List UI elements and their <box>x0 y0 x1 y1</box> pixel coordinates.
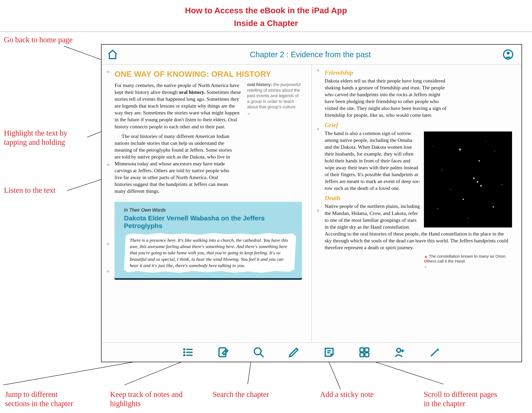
left-page: ONE WAY OF KNOWING: ORAL HISTORY For man… <box>102 65 311 343</box>
profile-icon <box>503 49 513 60</box>
def-term: oral history: <box>247 82 272 87</box>
doc-title-line2: Inside a Chapter <box>0 19 532 31</box>
callout-sections-l2: sections in the chapter <box>5 399 73 408</box>
doc-title-line1: How to Access the eBook in the iPad App <box>0 0 532 19</box>
callout-pages-l1: Scroll to different pages <box>424 390 497 399</box>
svg-rect-16 <box>365 353 369 357</box>
tools-button[interactable] <box>429 346 441 358</box>
svg-line-10 <box>260 354 264 357</box>
sticky-note-icon <box>323 346 335 358</box>
caption-main: The constellation known to many as Orion… <box>429 254 507 258</box>
notes-highlights-icon <box>218 346 229 358</box>
definition-sidebar: oral history: the purposeful retelling o… <box>247 82 302 133</box>
svg-point-5 <box>184 349 185 350</box>
notes-button[interactable] <box>218 346 229 358</box>
callout-listen: Listen to the text <box>4 186 55 195</box>
page-spread[interactable]: ONE WAY OF KNOWING: ORAL HISTORY For man… <box>102 65 522 343</box>
pencil-icon <box>288 346 300 358</box>
callout-highlight-l2: tapping and holding <box>4 138 65 146</box>
search-icon <box>253 346 265 358</box>
callout-notes-l1: Keep track of notes and <box>110 390 182 399</box>
svg-point-9 <box>254 348 261 355</box>
tts-speaker-button[interactable] <box>424 265 429 269</box>
tts-speaker-button[interactable] <box>106 69 112 75</box>
callout-sticky: Add a sticky note <box>320 390 374 399</box>
callout-pages: Scroll to different pages in the chapter <box>424 390 497 408</box>
image-caption: ▲ The constellation known to many as Ori… <box>424 254 512 271</box>
svg-rect-8 <box>219 348 226 357</box>
quote-box: In Their Own Words Dakota Elder Vernell … <box>114 202 302 278</box>
sections-list-icon <box>182 346 194 358</box>
body-paragraph-2[interactable]: The oral histories of many different Ame… <box>114 133 232 195</box>
callout-notes: Keep track of notes and highlights <box>110 390 182 408</box>
callout-pages-l2: in the chapter <box>424 399 465 408</box>
tts-speaker-button[interactable] <box>316 126 322 132</box>
callout-notes-l2: highlights <box>110 399 141 408</box>
tts-speaker-button[interactable] <box>106 268 112 274</box>
highlight-button[interactable] <box>288 346 300 358</box>
constellation-image <box>424 131 512 227</box>
pointer-line <box>67 178 104 191</box>
right-page: Friendship Dakota elders tell us that th… <box>311 65 522 343</box>
callout-sections: Jump to different sections in the chapte… <box>5 390 73 408</box>
svg-rect-13 <box>360 348 364 352</box>
p1-bold-term: oral history. <box>179 89 205 95</box>
svg-point-6 <box>184 352 185 353</box>
callout-sections-l1: Jump to different <box>5 390 57 399</box>
svg-rect-15 <box>360 353 364 357</box>
share-user-icon <box>394 346 406 358</box>
svg-point-1 <box>507 52 510 55</box>
subhead-friendship: Friendship <box>325 69 512 76</box>
share-button[interactable] <box>394 346 406 358</box>
app-header-bar: Chapter 2 : Evidence from the past <box>102 45 522 65</box>
svg-rect-14 <box>365 348 369 352</box>
quote-body[interactable]: There is a presence here. It's like walk… <box>124 233 296 273</box>
page-grid-button[interactable] <box>359 346 370 358</box>
home-button[interactable] <box>107 49 118 60</box>
quote-kicker: In Their Own Words <box>124 207 296 213</box>
tts-speaker-button[interactable] <box>106 241 112 247</box>
svg-point-17 <box>397 348 401 352</box>
section-heading[interactable]: ONE WAY OF KNOWING: ORAL HISTORY <box>114 70 302 78</box>
tts-speaker-button[interactable] <box>316 67 322 73</box>
grid-icon <box>359 346 370 358</box>
callout-search: Search the chapter <box>213 390 269 399</box>
caption-o: O <box>424 259 427 263</box>
title-divider <box>0 31 532 32</box>
body-paragraph-1[interactable]: For many centuries, the native people of… <box>114 82 242 130</box>
tts-speaker-button[interactable] <box>316 208 322 214</box>
friendship-body[interactable]: Dakota elders tell us that their people … <box>325 77 450 119</box>
caption-tri: ▲ <box>424 254 429 258</box>
caption-rest: thers call it the Hand. <box>427 259 466 263</box>
home-icon <box>107 49 118 60</box>
chapter-title: Chapter 2 : Evidence from the past <box>118 50 503 59</box>
sticky-note-button[interactable] <box>323 346 335 358</box>
tts-speaker-button[interactable] <box>106 162 112 168</box>
svg-point-7 <box>184 355 185 356</box>
ipad-app-frame: Chapter 2 : Evidence from the past ONE W… <box>101 44 522 362</box>
profile-button[interactable] <box>503 49 513 60</box>
search-button[interactable] <box>253 346 265 358</box>
wand-icon <box>429 346 441 358</box>
p1-text-c: Sometimes these stories tell of events t… <box>114 89 241 129</box>
subhead-grief: Grief <box>325 121 512 129</box>
callout-highlight: Highlight the text by tapping and holdin… <box>4 128 67 147</box>
callout-highlight-l1: Highlight the text by <box>4 129 67 137</box>
callout-home: Go back to home page <box>4 35 73 44</box>
quote-title: Dakota Elder Vernell Wabasha on the Jeff… <box>124 214 296 230</box>
bottom-toolbar <box>102 343 522 362</box>
sections-button[interactable] <box>182 346 194 358</box>
